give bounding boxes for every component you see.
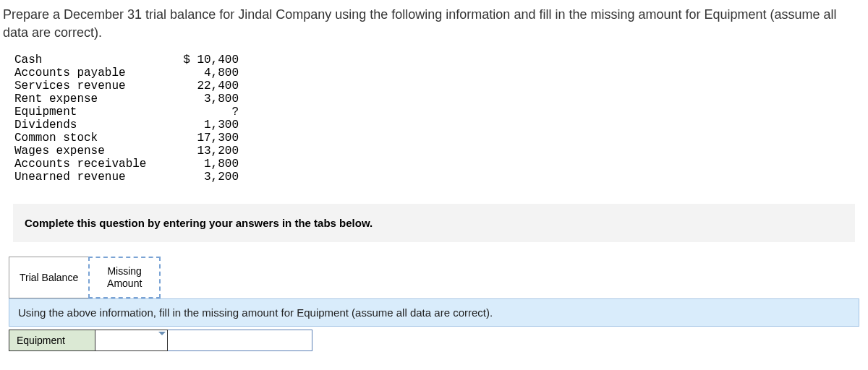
answer-dropdown[interactable] (95, 330, 168, 351)
account-value: 17,300 (166, 132, 239, 145)
account-value: 3,200 (166, 171, 239, 184)
account-value: $ 10,400 (166, 53, 239, 66)
account-name: Cash (14, 53, 166, 66)
table-row: Unearned revenue 3,200 (14, 171, 868, 184)
table-row: Accounts payable 4,800 (14, 66, 868, 79)
question-text: Prepare a December 31 trial balance for … (0, 0, 868, 53)
account-value: 3,800 (166, 92, 239, 106)
account-name: Services revenue (14, 79, 166, 92)
account-value: 22,400 (166, 79, 239, 92)
instruction-bar: Complete this question by entering your … (13, 204, 855, 242)
table-row: Services revenue 22,400 (14, 79, 868, 92)
account-value: 1,300 (166, 119, 239, 132)
account-name: Dividends (14, 119, 166, 132)
account-value: 13,200 (166, 145, 239, 158)
tab-trial-balance[interactable]: Trial Balance (9, 257, 88, 298)
account-name: Rent expense (14, 92, 166, 106)
table-row: Rent expense 3,800 (14, 92, 868, 106)
account-name: Accounts receivable (14, 158, 166, 171)
sub-instruction: Using the above information, fill in the… (9, 298, 859, 327)
account-value: 1,800 (166, 158, 239, 171)
account-name: Wages expense (14, 145, 166, 158)
answer-input[interactable] (168, 330, 312, 351)
table-row: Accounts receivable 1,800 (14, 158, 868, 171)
table-row: Equipment ? (14, 106, 868, 119)
account-list: Cash $ 10,400 Accounts payable 4,800 Ser… (0, 53, 868, 184)
tabs: Trial Balance Missing Amount (9, 257, 868, 298)
account-name: Accounts payable (14, 66, 166, 79)
table-row: Dividends 1,300 (14, 119, 868, 132)
table-row: Cash $ 10,400 (14, 53, 868, 66)
answer-label: Equipment (9, 330, 95, 351)
account-name: Unearned revenue (14, 171, 166, 184)
account-value: 4,800 (166, 66, 239, 79)
table-row: Common stock 17,300 (14, 132, 868, 145)
account-name: Equipment (14, 106, 166, 119)
account-name: Common stock (14, 132, 166, 145)
tab-missing-amount[interactable]: Missing Amount (88, 257, 161, 298)
table-row: Wages expense 13,200 (14, 145, 868, 158)
answer-row: Equipment (9, 330, 859, 351)
account-value: ? (166, 106, 239, 119)
